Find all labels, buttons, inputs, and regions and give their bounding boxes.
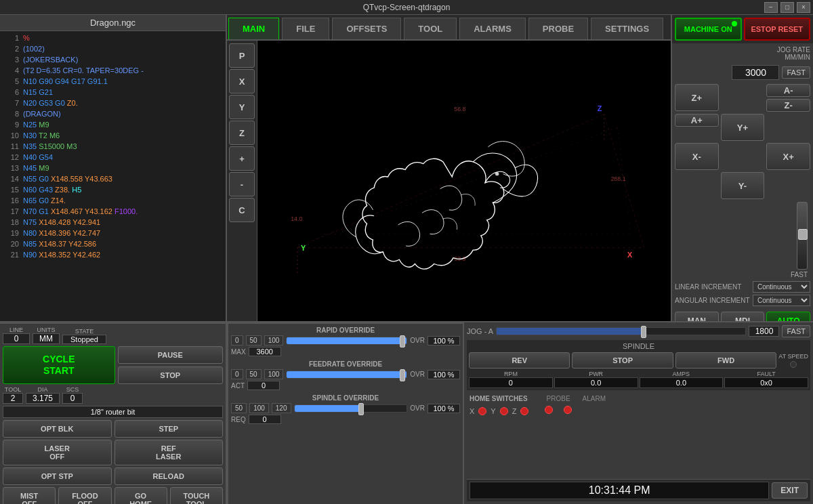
feedrate-slider-handle[interactable] bbox=[400, 369, 405, 381]
feedrate-100-button[interactable]: 100 bbox=[264, 369, 284, 379]
angular-increment-select[interactable]: Continuous 1 5 10 bbox=[753, 295, 810, 306]
a-plus-jog-button[interactable]: A+ bbox=[675, 114, 719, 127]
spindle-title: SPINDLE bbox=[469, 342, 808, 350]
scs-value-input[interactable] bbox=[62, 393, 83, 404]
svg-text:56.8: 56.8 bbox=[454, 106, 465, 112]
feedrate-slider-track[interactable] bbox=[286, 371, 407, 379]
opt-stp-button[interactable]: OPT STP bbox=[3, 467, 112, 485]
axis-btn-+[interactable]: + bbox=[229, 146, 255, 171]
feedrate-0-button[interactable]: 0 bbox=[231, 369, 243, 379]
nav-tab-main[interactable]: MAIN bbox=[228, 18, 279, 39]
jog-a-value-input[interactable] bbox=[749, 326, 779, 337]
amps-value-input[interactable] bbox=[640, 377, 724, 388]
tool-value-input[interactable] bbox=[3, 393, 23, 404]
feedrate-ovr-input[interactable] bbox=[428, 370, 460, 379]
spindle-req-input[interactable] bbox=[249, 415, 281, 424]
opt-blk-button[interactable]: OPT BLK bbox=[3, 420, 112, 438]
jog-a-handle[interactable] bbox=[641, 326, 646, 338]
probe-label: PROBE bbox=[547, 395, 570, 402]
x-minus-jog-button[interactable]: X- bbox=[675, 143, 719, 170]
fault-value-input[interactable] bbox=[724, 377, 808, 388]
nav-tab-alarms[interactable]: ALARMS bbox=[459, 18, 526, 39]
rapid-100-button[interactable]: 100 bbox=[264, 335, 284, 345]
dia-value-input[interactable] bbox=[26, 393, 60, 404]
jog-rate-input[interactable] bbox=[732, 65, 779, 80]
axis-btn-x[interactable]: X bbox=[229, 69, 255, 93]
nav-tab-file[interactable]: FILE bbox=[282, 18, 329, 39]
rapid-0-button[interactable]: 0 bbox=[231, 335, 243, 345]
jog-a-slider[interactable] bbox=[496, 327, 746, 335]
ref-laser-button[interactable]: REFLASER bbox=[114, 440, 224, 465]
rapid-max-label: MAX bbox=[231, 348, 246, 356]
spindle-stop-button[interactable]: STOP bbox=[572, 352, 673, 369]
jog-fast-label: FAST bbox=[672, 271, 813, 278]
rapid-slider-track[interactable] bbox=[286, 337, 407, 345]
spindle-120-button[interactable]: 120 bbox=[272, 403, 291, 413]
spindle-slider-handle[interactable] bbox=[358, 403, 364, 415]
nav-tab-probe[interactable]: PROBE bbox=[528, 18, 588, 39]
cycle-start-button[interactable]: CYCLESTART bbox=[3, 346, 115, 384]
alarm-indicator bbox=[564, 406, 572, 414]
pause-button[interactable]: PAUSE bbox=[118, 346, 224, 364]
svg-text:X: X bbox=[627, 251, 633, 259]
touch-tool-button[interactable]: TOUCHTOOL bbox=[170, 487, 223, 504]
code-line: 4(T2 D=6.35 CR=0. TAPER=30DEG - bbox=[3, 65, 223, 76]
axis-btn--[interactable]: - bbox=[229, 172, 255, 196]
exit-button[interactable]: EXIT bbox=[772, 482, 808, 499]
line-value-input[interactable] bbox=[3, 333, 30, 344]
jog-slider-handle[interactable] bbox=[798, 229, 808, 240]
axis-btn-c[interactable]: C bbox=[229, 198, 255, 222]
linear-increment-select[interactable]: Continuous 0.001 0.01 0.1 bbox=[753, 281, 810, 293]
spindle-slider-track[interactable] bbox=[294, 404, 408, 413]
maximize-button[interactable]: □ bbox=[780, 2, 794, 13]
flood-button[interactable]: FLOODOFF bbox=[58, 487, 111, 504]
close-button[interactable]: × bbox=[797, 2, 810, 13]
mist-button[interactable]: MISTOFF bbox=[3, 487, 56, 504]
rapid-slider-handle[interactable] bbox=[400, 335, 405, 348]
go-home-button[interactable]: GOHOME bbox=[114, 487, 167, 504]
reload-button[interactable]: RELOAD bbox=[114, 467, 224, 485]
minimize-button[interactable]: − bbox=[764, 2, 778, 13]
stop-button[interactable]: STOP bbox=[118, 366, 224, 384]
pwr-value-input[interactable] bbox=[554, 377, 638, 388]
code-line: 19N80 X148.396 Y42.747 bbox=[3, 228, 223, 238]
spindle-50-button[interactable]: 50 bbox=[231, 403, 247, 413]
laser-off-button[interactable]: LASEROFF bbox=[3, 440, 112, 465]
axis-btn-z[interactable]: Z bbox=[229, 121, 255, 145]
spindle-ovr-input[interactable] bbox=[428, 404, 460, 413]
jog-a-fast-button[interactable]: FAST bbox=[782, 325, 810, 337]
spindle-100-button[interactable]: 100 bbox=[249, 403, 269, 413]
nav-tab-settings[interactable]: SETTINGS bbox=[591, 18, 663, 39]
nav-tab-tool[interactable]: TOOL bbox=[404, 18, 457, 39]
y-minus-jog-button[interactable]: Y- bbox=[721, 172, 765, 199]
a-minus-jog-button[interactable]: A- bbox=[766, 84, 810, 97]
feedrate-50-button[interactable]: 50 bbox=[246, 369, 262, 379]
estop-reset-button[interactable]: ESTOP RESET bbox=[744, 18, 811, 41]
spindle-fwd-button[interactable]: FWD bbox=[675, 352, 776, 369]
svg-text:288.1: 288.1 bbox=[610, 175, 625, 182]
machine-on-button[interactable]: MACHINE ON bbox=[675, 18, 742, 41]
axis-btn-y[interactable]: Y bbox=[229, 95, 255, 119]
code-line: 16N65 G0 Z14. bbox=[3, 195, 223, 206]
rapid-max-input[interactable] bbox=[249, 347, 281, 356]
axis-btn-p[interactable]: P bbox=[229, 43, 255, 68]
3d-viewport[interactable]: 63.9 14.0 56.8 288.1 bbox=[257, 41, 671, 321]
z-switch-label: Z bbox=[512, 407, 517, 415]
jog-fast-button[interactable]: FAST bbox=[782, 66, 810, 79]
z-minus-jog-button[interactable]: Z- bbox=[766, 99, 810, 112]
code-line: 20N85 X148.37 Y42.586 bbox=[3, 238, 223, 249]
svg-line-4 bbox=[311, 127, 618, 240]
nav-tab-offsets[interactable]: OFFSETS bbox=[332, 18, 401, 39]
x-plus-jog-button[interactable]: X+ bbox=[766, 143, 810, 170]
linear-increment-label: LINEAR INCREMENT bbox=[675, 283, 741, 291]
y-plus-jog-button[interactable]: Y+ bbox=[721, 114, 765, 141]
rapid-ovr-input[interactable] bbox=[428, 336, 460, 345]
rpm-value-input[interactable] bbox=[469, 377, 553, 388]
spindle-rev-button[interactable]: REV bbox=[469, 352, 570, 369]
step-button[interactable]: STEP bbox=[114, 420, 224, 438]
feedrate-act-input[interactable] bbox=[247, 381, 280, 390]
rapid-50-button[interactable]: 50 bbox=[246, 335, 262, 345]
z-plus-jog-button[interactable]: Z+ bbox=[675, 84, 719, 111]
state-value-input[interactable] bbox=[62, 335, 106, 344]
units-value-input[interactable] bbox=[33, 333, 60, 344]
